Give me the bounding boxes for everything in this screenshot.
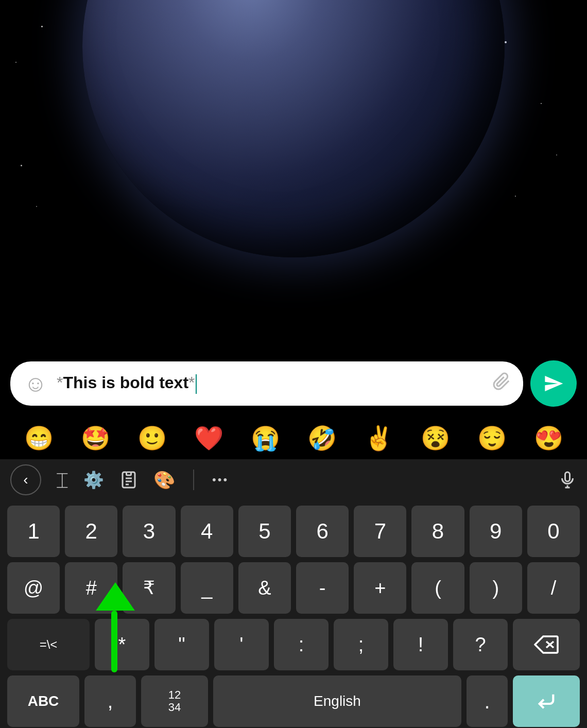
- clipboard-button[interactable]: [119, 471, 138, 489]
- keyboard-back-button[interactable]: ‹: [10, 464, 41, 495]
- key-8[interactable]: 8: [411, 506, 464, 557]
- palette-button[interactable]: 🎨: [153, 470, 175, 490]
- message-text-display: *This is bold text*: [57, 373, 484, 394]
- mic-icon: [558, 471, 577, 489]
- key-period[interactable]: .: [467, 675, 508, 727]
- main-content: ☺ *This is bold text* 😁 🤩 🙂 ❤️ 😭 🤣 ✌️ 😵: [0, 0, 587, 728]
- backspace-icon: [534, 635, 559, 654]
- svg-rect-4: [565, 472, 570, 481]
- mic-button[interactable]: [558, 471, 577, 489]
- emoji-picker-button[interactable]: ☺: [23, 371, 48, 396]
- key-special-switch[interactable]: =\<: [7, 619, 90, 670]
- more-icon: •••: [212, 473, 229, 487]
- special-row: =\< * " ' : ; ! ?: [7, 619, 580, 670]
- toolbar-separator: [193, 470, 194, 490]
- bold-asterisk-suffix: *: [188, 373, 195, 392]
- bold-asterisk-prefix: *: [57, 373, 63, 392]
- emoji-heart[interactable]: ❤️: [194, 424, 223, 452]
- text-cursor: [196, 374, 197, 394]
- key-ampersand[interactable]: &: [238, 562, 291, 614]
- emoji-smile[interactable]: 🙂: [137, 424, 167, 452]
- key-minus[interactable]: -: [296, 562, 349, 614]
- back-chevron-icon: ‹: [23, 472, 28, 488]
- arrow-shaft: [111, 611, 117, 672]
- key-open-paren[interactable]: (: [411, 562, 464, 614]
- gear-icon: ⚙️: [83, 470, 104, 490]
- number-row: 1 2 3 4 5 6 7 8 9 0: [7, 506, 580, 557]
- key-question[interactable]: ?: [453, 619, 508, 670]
- key-numbers-switch[interactable]: 1234: [141, 675, 208, 727]
- key-exclaim[interactable]: !: [393, 619, 448, 670]
- settings-button[interactable]: ⚙️: [83, 470, 104, 490]
- cursor-tool-button[interactable]: ⌶: [57, 469, 68, 491]
- input-wrapper[interactable]: ☺ *This is bold text*: [10, 361, 523, 406]
- key-delete[interactable]: [513, 619, 580, 670]
- emoji-relieved[interactable]: 😌: [477, 424, 507, 452]
- key-double-quote[interactable]: ": [154, 619, 209, 670]
- key-2[interactable]: 2: [65, 506, 117, 557]
- bottom-row: ABC , 1234 English .: [7, 675, 580, 728]
- emoji-laughing[interactable]: 😁: [24, 424, 54, 452]
- emoji-dizzy[interactable]: 😵: [421, 424, 450, 452]
- key-4[interactable]: 4: [181, 506, 233, 557]
- key-semicolon[interactable]: ;: [334, 619, 388, 670]
- send-icon: [543, 373, 564, 394]
- emoji-heart-eyes[interactable]: 😍: [534, 424, 563, 452]
- key-plus[interactable]: +: [354, 562, 406, 614]
- key-3[interactable]: 3: [123, 506, 175, 557]
- emoji-rolling-laugh[interactable]: 🤣: [307, 424, 337, 452]
- emoji-crying[interactable]: 😭: [251, 424, 280, 452]
- emoji-row: 😁 🤩 🙂 ❤️ 😭 🤣 ✌️ 😵 😌 😍: [0, 417, 587, 459]
- key-9[interactable]: 9: [470, 506, 522, 557]
- bold-text-content: This is bold text: [63, 373, 188, 392]
- arrow-head: [96, 582, 135, 611]
- key-0[interactable]: 0: [527, 506, 580, 557]
- key-underscore[interactable]: _: [181, 562, 233, 614]
- symbol-row: @ # ₹ _ & - + ( ) /: [7, 562, 580, 614]
- emoji-face-icon: ☺: [24, 371, 47, 396]
- key-5[interactable]: 5: [238, 506, 291, 557]
- message-area: ☺ *This is bold text*: [0, 345, 587, 417]
- emoji-peace[interactable]: ✌️: [364, 424, 393, 452]
- key-abc[interactable]: ABC: [7, 675, 79, 727]
- clipboard-icon: [119, 471, 138, 489]
- key-colon[interactable]: :: [274, 619, 329, 670]
- key-close-paren[interactable]: ): [470, 562, 522, 614]
- cursor-icon: ⌶: [57, 469, 68, 491]
- svg-rect-0: [127, 472, 131, 475]
- annotation-arrow: [96, 582, 135, 672]
- key-space[interactable]: English: [213, 675, 461, 727]
- key-at[interactable]: @: [7, 562, 60, 614]
- keyboard-toolbar: ‹ ⌶ ⚙️ 🎨 •••: [0, 459, 587, 500]
- key-single-quote[interactable]: ': [214, 619, 269, 670]
- key-comma[interactable]: ,: [84, 675, 136, 727]
- more-options-button[interactable]: •••: [212, 473, 229, 487]
- key-7[interactable]: 7: [354, 506, 406, 557]
- enter-icon: [536, 691, 557, 712]
- palette-icon: 🎨: [153, 470, 175, 490]
- key-slash[interactable]: /: [527, 562, 580, 614]
- key-6[interactable]: 6: [296, 506, 349, 557]
- keyboard: 1 2 3 4 5 6 7 8 9 0 @ # ₹ _ & - + ( ) / …: [0, 500, 587, 728]
- numbers-switch-label: 1234: [168, 689, 181, 714]
- emoji-hearts-eyes-kiss[interactable]: 🤩: [81, 424, 110, 452]
- attachment-button[interactable]: [492, 372, 511, 395]
- key-1[interactable]: 1: [7, 506, 60, 557]
- key-enter[interactable]: [513, 675, 580, 727]
- send-button[interactable]: [530, 360, 577, 407]
